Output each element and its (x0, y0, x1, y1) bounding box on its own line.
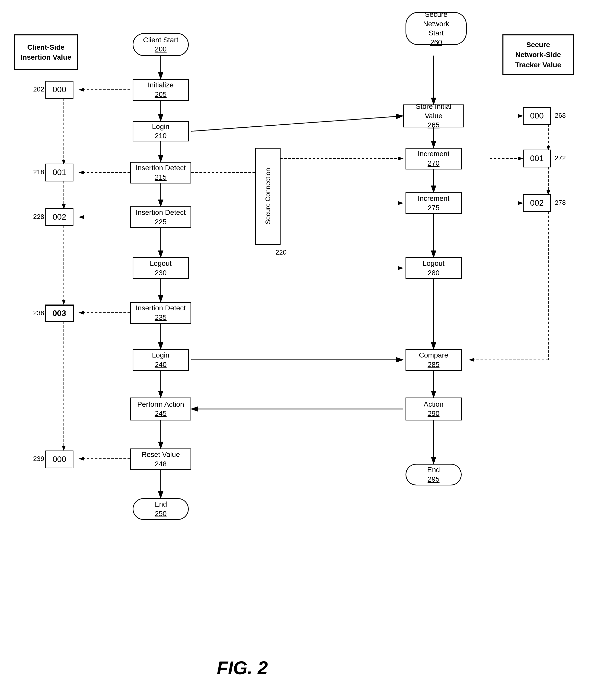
val-000-202-label: 000 (53, 84, 66, 95)
insertion-detect-225-num: 225 (155, 217, 167, 226)
end-295-num: 295 (428, 475, 440, 484)
fig-label: FIG. 2 (217, 657, 268, 678)
initialize-num: 205 (155, 90, 167, 99)
login-240-node: Login 240 (133, 349, 189, 371)
login-210-label: Login (152, 122, 170, 131)
secure-connection-label: Secure Connection (264, 168, 272, 224)
val-002-228: 002 (45, 208, 74, 226)
increment-270-num: 270 (428, 159, 440, 168)
logout-280-label: Logout (423, 259, 444, 268)
insertion-detect-215-label: Insertion Detect (136, 163, 186, 173)
action-290-node: Action 290 (405, 397, 462, 420)
ref-218: 218 (33, 168, 44, 176)
secure-connection-box: Secure Connection (255, 148, 280, 245)
reset-value-248-num: 248 (155, 459, 167, 468)
client-side-label-text: Client-SideInsertion Value (20, 42, 71, 62)
val-002-278: 002 (523, 194, 551, 212)
increment-270-node: Increment 270 (405, 148, 462, 170)
store-initial-value-node: Store Initial Value 265 (403, 105, 464, 127)
logout-280-node: Logout 280 (405, 257, 462, 279)
insertion-detect-215-num: 215 (155, 173, 167, 182)
ref-272: 272 (555, 154, 566, 162)
ref-268: 268 (555, 112, 566, 119)
secure-network-start-num: 260 (430, 38, 442, 47)
login-240-label: Login (152, 351, 170, 360)
client-start-node: Client Start 200 (133, 33, 189, 56)
store-initial-value-label: Store Initial Value (408, 102, 459, 121)
perform-action-245-node: Perform Action 245 (130, 397, 191, 420)
perform-action-245-num: 245 (155, 409, 167, 418)
logout-230-node: Logout 230 (133, 257, 189, 279)
logout-230-num: 230 (155, 268, 167, 278)
ref-228: 228 (33, 213, 44, 221)
val-001-218: 001 (45, 163, 74, 181)
compare-285-num: 285 (428, 360, 440, 369)
val-003-238: 003 (45, 305, 74, 322)
reset-value-248-label: Reset Value (142, 450, 180, 459)
store-initial-value-num: 265 (428, 121, 440, 130)
val-002-228-label: 002 (53, 212, 66, 222)
end-250-label: End (154, 500, 167, 509)
insertion-detect-215-node: Insertion Detect 215 (130, 162, 191, 183)
client-start-num: 200 (155, 45, 167, 54)
insertion-detect-235-num: 235 (155, 313, 167, 322)
ref-239: 239 (33, 455, 44, 463)
secure-network-start-label: Secure NetworkStart (414, 10, 458, 38)
secure-network-label-box: SecureNetwork-SideTracker Value (502, 35, 574, 75)
login-210-num: 210 (155, 131, 167, 140)
val-001-272: 001 (523, 150, 551, 168)
perform-action-245-label: Perform Action (137, 400, 184, 409)
end-295-label: End (427, 465, 440, 475)
ref-202: 202 (33, 85, 44, 93)
increment-270-label: Increment (418, 149, 449, 158)
ref-238: 238 (33, 309, 44, 317)
logout-280-num: 280 (428, 268, 440, 278)
val-000-239: 000 (45, 451, 74, 468)
end-250-node: End 250 (133, 498, 189, 520)
logout-230-label: Logout (150, 259, 172, 268)
val-001-218-label: 001 (53, 167, 66, 178)
val-000-268-label: 000 (530, 111, 544, 121)
end-295-node: End 295 (405, 464, 462, 485)
val-002-278-label: 002 (530, 198, 544, 209)
val-000-239-label: 000 (53, 454, 66, 465)
secure-network-start-node: Secure NetworkStart 260 (405, 12, 467, 45)
increment-275-node: Increment 275 (405, 192, 462, 214)
login-240-num: 240 (155, 360, 167, 369)
val-001-272-label: 001 (530, 153, 544, 164)
diagram-container: Client Start 200 Secure NetworkStart 260… (0, 0, 607, 700)
reset-value-248-node: Reset Value 248 (130, 449, 191, 470)
compare-285-node: Compare 285 (405, 349, 462, 371)
insertion-detect-225-node: Insertion Detect 225 (130, 206, 191, 228)
insertion-detect-225-label: Insertion Detect (136, 208, 186, 217)
svg-line-27 (191, 116, 403, 131)
initialize-label: Initialize (148, 81, 173, 90)
val-003-238-label: 003 (53, 308, 66, 319)
end-250-num: 250 (155, 509, 167, 518)
client-start-label: Client Start (143, 36, 179, 45)
insertion-detect-235-label: Insertion Detect (136, 304, 186, 313)
val-000-202: 000 (45, 81, 74, 99)
increment-275-label: Increment (418, 194, 449, 203)
insertion-detect-235-node: Insertion Detect 235 (130, 302, 191, 324)
initialize-node: Initialize 205 (133, 79, 189, 101)
compare-285-label: Compare (419, 351, 448, 360)
action-290-label: Action (424, 400, 443, 409)
login-210-node: Login 210 (133, 121, 189, 141)
val-000-268: 000 (523, 107, 551, 125)
arrows-svg (0, 0, 607, 700)
increment-275-num: 275 (428, 203, 440, 213)
ref-220: 220 (275, 248, 287, 256)
secure-network-label-text: SecureNetwork-SideTracker Value (515, 40, 561, 70)
ref-278: 278 (555, 199, 566, 207)
action-290-num: 290 (428, 409, 440, 418)
client-side-label-box: Client-SideInsertion Value (14, 35, 78, 70)
fig-label-text: FIG. 2 (217, 658, 268, 678)
